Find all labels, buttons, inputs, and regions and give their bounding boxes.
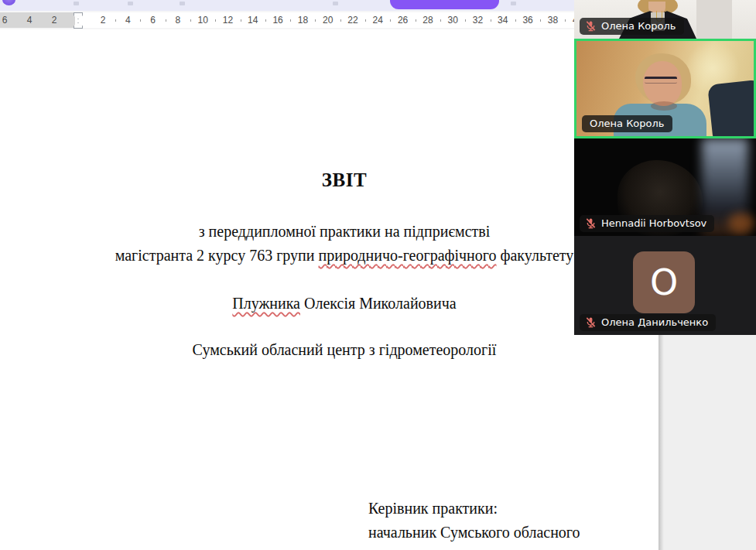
ruler-number: 8 xyxy=(176,15,181,26)
ruler-tick xyxy=(190,19,191,22)
ruler-tick xyxy=(166,19,166,22)
toolbar-fragment xyxy=(128,2,133,5)
ruler-tick xyxy=(416,19,416,22)
ruler-tick xyxy=(215,19,216,22)
ruler-tick xyxy=(315,19,316,22)
line3-rest: Олексія Миколайовича xyxy=(300,295,457,312)
ruler-tick xyxy=(540,19,541,22)
ruler-number: 36 xyxy=(522,15,532,26)
participant-name-label: Олена Король xyxy=(582,115,672,132)
toolbar-fragment xyxy=(74,2,79,5)
ruler-number: 6 xyxy=(2,15,8,26)
ruler-tick xyxy=(340,19,341,22)
ruler-tick xyxy=(241,19,241,22)
ruler-number: 30 xyxy=(448,15,458,26)
ruler-number: 22 xyxy=(347,15,357,26)
participant-name: Олена Король xyxy=(590,118,665,129)
ruler-number: 6 xyxy=(150,15,156,26)
participant-name-label: Hennadii Horbovtsov xyxy=(580,215,714,232)
ruler-tick xyxy=(365,19,366,22)
video-tile-hennadii-horbovtsov[interactable]: Hennadii Horbovtsov xyxy=(574,138,756,236)
video-tile-olena-korol-active[interactable]: Олена Король xyxy=(574,39,756,138)
ruler-number: 12 xyxy=(223,15,233,26)
ruler-tick xyxy=(265,19,266,22)
toolbar-fragment xyxy=(180,2,185,5)
participants-sidebar: Олена Король Олена Король xyxy=(574,0,756,335)
participant-name-label: Олена Король xyxy=(580,18,684,35)
ruler-number: 2 xyxy=(52,15,57,26)
video-tile-olena-danylchenko[interactable]: O Олена Данильченко xyxy=(574,236,756,335)
ruler-number: 4 xyxy=(27,15,32,26)
ruler-tick xyxy=(515,19,516,22)
avatar-letter: O xyxy=(650,265,678,300)
avatar: O xyxy=(633,251,695,313)
muted-mic-icon xyxy=(585,20,597,32)
ruler-tick xyxy=(465,19,466,22)
ruler-tick xyxy=(565,19,566,22)
muted-mic-icon xyxy=(585,316,597,328)
ruler-tick xyxy=(491,19,491,22)
line2-suffix: факультету xyxy=(497,247,574,264)
participant-name: Олена Данильченко xyxy=(601,316,708,328)
line2-spellcheck-word: природничо-географічного xyxy=(319,247,497,264)
ruler-tick xyxy=(390,19,391,22)
ruler-number: 14 xyxy=(248,15,258,26)
ruler-tick xyxy=(290,19,291,22)
document-line[interactable]: Сумський обласний центр з гідрометеороло… xyxy=(0,341,689,359)
screen: 642 246810121416182022242628303234363840… xyxy=(0,0,756,550)
ruler-number: 26 xyxy=(398,15,408,26)
toolbar-fragment xyxy=(333,2,338,5)
document-page[interactable]: ЗВІТ з переддипломної практики на підпри… xyxy=(0,29,659,550)
ruler-number: 32 xyxy=(473,15,483,26)
video-tile-olena-korol-top[interactable]: Олена Король xyxy=(574,0,756,39)
document-line[interactable]: начальник Сумського обласного xyxy=(368,524,580,541)
ruler-number: 28 xyxy=(422,15,433,26)
ruler-number: 18 xyxy=(298,15,308,26)
participant-name-label: Олена Данильченко xyxy=(580,314,716,331)
primary-action-button[interactable] xyxy=(390,0,499,9)
document-line[interactable]: Керівник практики: xyxy=(368,500,498,518)
ruler-tick xyxy=(140,19,141,22)
ruler-tick xyxy=(440,19,441,22)
ruler-number: 24 xyxy=(373,15,383,26)
line3-spellcheck-word: Плужника xyxy=(232,295,300,312)
ruler-number: 20 xyxy=(323,15,333,26)
ruler-number: 34 xyxy=(498,15,508,26)
ruler-number: 16 xyxy=(272,15,282,26)
ruler-number: 10 xyxy=(198,15,208,26)
app-logo-icon xyxy=(2,0,15,5)
glasses xyxy=(645,77,677,84)
ruler-number: 4 xyxy=(125,15,131,26)
horizontal-ruler[interactable]: 642 246810121416182022242628303234363840 xyxy=(0,11,659,29)
participant-name: Олена Король xyxy=(601,20,676,32)
ruler-number: 38 xyxy=(548,15,558,26)
muted-mic-icon xyxy=(585,217,597,229)
line2-prefix: магістранта 2 курсу 763 групи xyxy=(115,247,319,264)
toolbar-fragment xyxy=(511,2,516,5)
participant-name: Hennadii Horbovtsov xyxy=(601,217,706,229)
ruler-number: 2 xyxy=(101,15,106,26)
ruler-tick xyxy=(115,19,116,22)
